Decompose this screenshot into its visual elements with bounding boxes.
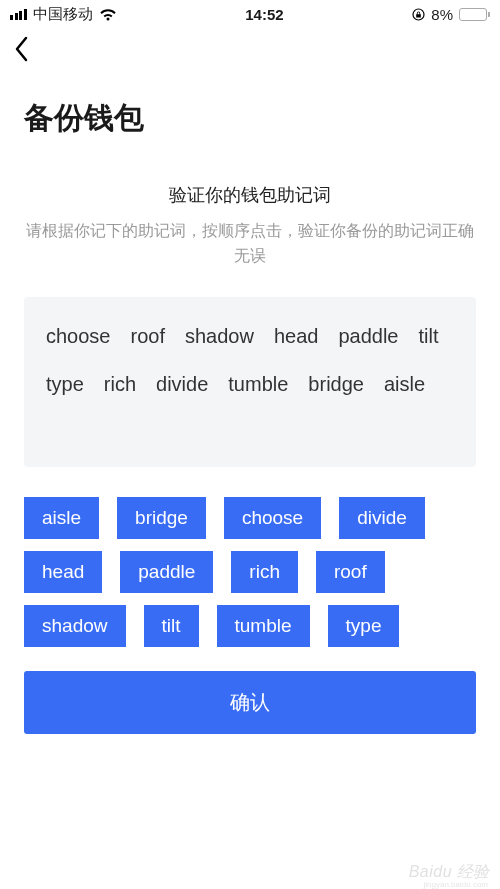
word-chip[interactable]: bridge xyxy=(117,497,206,539)
status-right: 8% xyxy=(412,6,490,23)
content: 备份钱包 验证你的钱包助记词 请根据你记下的助记词，按顺序点击，验证你备份的助记… xyxy=(0,98,500,734)
phrase-word: tumble xyxy=(228,371,288,397)
word-chip[interactable]: paddle xyxy=(120,551,213,593)
section-desc: 请根据你记下的助记词，按顺序点击，验证你备份的助记词正确无误 xyxy=(24,219,476,269)
phrase-word: divide xyxy=(156,371,208,397)
phrase-word: shadow xyxy=(185,323,254,349)
phrase-word: paddle xyxy=(338,323,398,349)
word-chip[interactable]: shadow xyxy=(24,605,126,647)
word-chip[interactable]: rich xyxy=(231,551,298,593)
chevron-left-icon xyxy=(14,36,30,62)
word-chip[interactable]: divide xyxy=(339,497,425,539)
word-chip[interactable]: head xyxy=(24,551,102,593)
phrase-word: type xyxy=(46,371,84,397)
status-bar: 中国移动 14:52 8% xyxy=(0,0,500,28)
phrase-word: bridge xyxy=(308,371,364,397)
signal-icon xyxy=(10,9,27,20)
phrase-word: rich xyxy=(104,371,136,397)
battery-icon xyxy=(459,8,490,21)
phrase-words: chooseroofshadowheadpaddletilttyperichdi… xyxy=(46,323,454,397)
word-chip[interactable]: type xyxy=(328,605,400,647)
nav-bar xyxy=(0,28,500,74)
status-time: 14:52 xyxy=(245,6,283,23)
battery-pct: 8% xyxy=(431,6,453,23)
word-chip[interactable]: choose xyxy=(224,497,321,539)
phrase-word: choose xyxy=(46,323,111,349)
word-chip[interactable]: roof xyxy=(316,551,385,593)
word-chip[interactable]: aisle xyxy=(24,497,99,539)
phrase-word: roof xyxy=(131,323,165,349)
wifi-icon xyxy=(99,8,117,21)
section-title: 验证你的钱包助记词 xyxy=(24,183,476,207)
back-button[interactable] xyxy=(14,36,30,66)
status-left: 中国移动 xyxy=(10,5,117,24)
selected-phrase-box: chooseroofshadowheadpaddletilttyperichdi… xyxy=(24,297,476,467)
word-chip[interactable]: tumble xyxy=(217,605,310,647)
page-title: 备份钱包 xyxy=(24,98,476,139)
phrase-word: head xyxy=(274,323,319,349)
phrase-word: tilt xyxy=(418,323,438,349)
phrase-word: aisle xyxy=(384,371,425,397)
lock-icon xyxy=(412,8,425,21)
word-chip[interactable]: tilt xyxy=(144,605,199,647)
confirm-button[interactable]: 确认 xyxy=(24,671,476,734)
watermark-sub: jingyan.baidu.com xyxy=(424,880,488,889)
word-chips: aislebridgechoosedivideheadpaddlerichroo… xyxy=(24,497,476,647)
carrier-label: 中国移动 xyxy=(33,5,93,24)
